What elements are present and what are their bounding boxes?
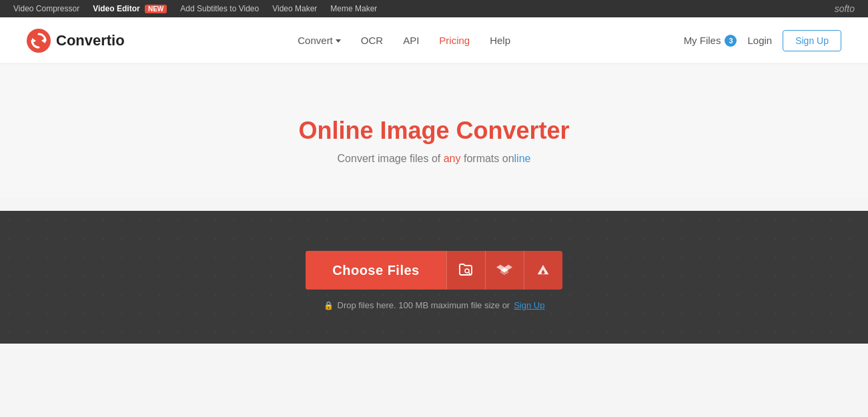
top-bar-links: Video Compressor Video Editor NEW Add Su… xyxy=(13,4,377,13)
dropbox-icon xyxy=(496,262,512,278)
nav-convert[interactable]: Convert xyxy=(298,35,341,46)
drop-info: 🔒 Drop files here. 100 MB maximum file s… xyxy=(324,300,545,310)
nav-pricing[interactable]: Pricing xyxy=(439,35,470,46)
main-content: Online Image Converter Convert image fil… xyxy=(0,64,868,197)
page-title: Online Image Converter xyxy=(298,117,569,145)
my-files-link[interactable]: My Files 3 xyxy=(684,35,737,47)
logo-icon xyxy=(27,29,51,53)
signup-drop-link[interactable]: Sign Up xyxy=(514,300,544,310)
top-bar: Video Compressor Video Editor NEW Add Su… xyxy=(0,0,868,17)
subtitle-link: line xyxy=(514,153,531,164)
signup-button[interactable]: Sign Up xyxy=(783,30,841,51)
topbar-video-maker[interactable]: Video Maker xyxy=(272,4,317,13)
softo-brand: softo xyxy=(835,3,855,14)
main-nav: Convert OCR API Pricing Help xyxy=(298,35,510,46)
upload-btn-row: Choose Files xyxy=(306,251,562,290)
google-drive-icon xyxy=(535,262,551,278)
chevron-down-icon xyxy=(336,39,341,43)
dropbox-icon-button[interactable] xyxy=(485,251,524,290)
upload-section: Choose Files xyxy=(0,211,868,344)
folder-search-icon xyxy=(458,262,474,278)
nav-api[interactable]: API xyxy=(403,35,419,46)
topbar-add-subtitles[interactable]: Add Subtitles to Video xyxy=(180,4,259,13)
subtitle-text1: Convert image files of xyxy=(338,153,444,164)
header-right: My Files 3 Login Sign Up xyxy=(684,30,841,51)
topbar-video-compressor[interactable]: Video Compressor xyxy=(13,4,79,13)
svg-point-0 xyxy=(27,29,51,53)
login-link[interactable]: Login xyxy=(747,35,772,46)
browse-files-icon-button[interactable] xyxy=(446,251,485,290)
topbar-video-editor[interactable]: Video Editor NEW xyxy=(93,4,167,13)
logo-link[interactable]: Convertio xyxy=(27,29,125,53)
svg-line-4 xyxy=(469,273,471,275)
subtitle-text2: formats on xyxy=(461,153,514,164)
choose-files-button[interactable]: Choose Files xyxy=(306,251,446,290)
logo-text: Convertio xyxy=(56,32,125,49)
nav-ocr[interactable]: OCR xyxy=(361,35,383,46)
drop-text: Drop files here. 100 MB maximum file siz… xyxy=(338,300,510,310)
my-files-badge: 3 xyxy=(725,35,737,47)
my-files-label: My Files xyxy=(684,35,721,46)
topbar-meme-maker[interactable]: Meme Maker xyxy=(330,4,377,13)
new-badge: NEW xyxy=(145,5,167,13)
subtitle-highlight: any xyxy=(444,153,461,164)
page-subtitle: Convert image files of any formats onlin… xyxy=(338,153,531,165)
header: Convertio Convert OCR API Pricing Help M… xyxy=(0,17,868,64)
lock-icon: 🔒 xyxy=(324,301,334,310)
google-drive-icon-button[interactable] xyxy=(524,251,562,290)
nav-help[interactable]: Help xyxy=(490,35,510,46)
